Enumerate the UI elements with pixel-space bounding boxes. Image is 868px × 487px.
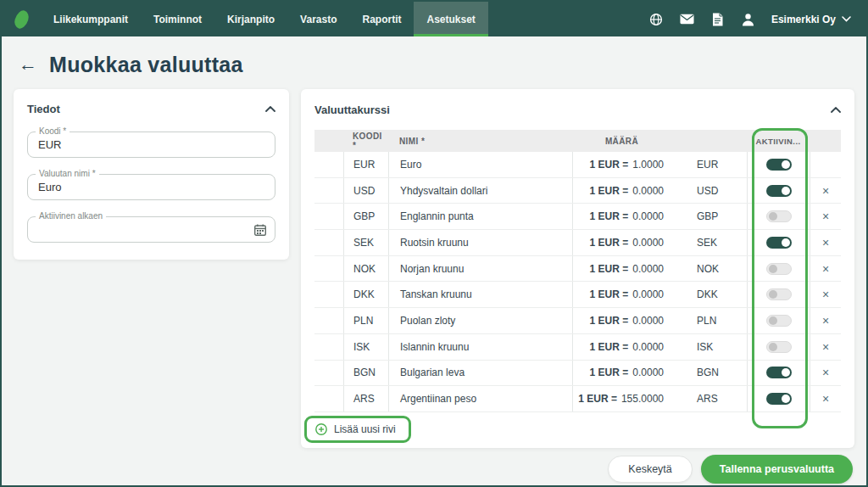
cancel-button[interactable]: Keskeytä xyxy=(608,456,692,483)
row-rate-value[interactable]: 0.0000 xyxy=(632,315,664,327)
row-drag-handle xyxy=(314,256,343,282)
row-unit-cell: USD xyxy=(671,178,747,204)
currency-table-body: EUREuro1 EUR =1.0000EURUSDYhdysvaltain d… xyxy=(314,152,841,412)
row-koodi-cell[interactable]: ISK xyxy=(343,334,388,360)
remove-row-button[interactable]: × xyxy=(822,315,829,327)
row-nimi-cell[interactable]: Englannin punta xyxy=(388,204,572,229)
row-nimi-cell[interactable]: Yhdysvaltain dollari xyxy=(388,178,572,204)
add-row-button[interactable]: Lisää uusi rivi xyxy=(308,419,408,439)
row-koodi-cell[interactable]: SEK xyxy=(343,230,388,255)
remove-row-button[interactable]: × xyxy=(822,367,829,378)
page-title: Muokkaa valuuttaa xyxy=(49,53,243,77)
row-nimi-cell[interactable]: Tanskan kruunu xyxy=(388,282,572,307)
nav-item-liikekumppanit[interactable]: Liikekumppanit xyxy=(41,2,141,36)
row-rate-value[interactable]: 1.0000 xyxy=(632,159,664,171)
valuutan-nimi-input[interactable] xyxy=(28,175,275,199)
table-row: DKKTanskan kruunu1 EUR =0.0000DKK× xyxy=(314,282,841,308)
active-toggle[interactable] xyxy=(766,263,792,275)
active-toggle[interactable] xyxy=(766,288,792,300)
table-row: GBPEnglannin punta1 EUR =0.0000GBP× xyxy=(314,204,841,230)
tiedot-card-title: Tiedot xyxy=(27,103,60,115)
row-rate-cell: 1 EUR =1.0000 xyxy=(572,152,671,177)
nav-right: Esimerkki Oy xyxy=(649,2,866,36)
row-rate-value[interactable]: 0.0000 xyxy=(632,341,664,353)
row-koodi-cell[interactable]: DKK xyxy=(343,282,388,307)
row-koodi-cell[interactable]: USD xyxy=(343,178,388,204)
remove-row-button[interactable]: × xyxy=(822,263,829,275)
row-remove-cell xyxy=(810,152,841,177)
calendar-icon[interactable] xyxy=(254,224,266,236)
remove-row-button[interactable]: × xyxy=(822,237,829,249)
row-rate-value[interactable]: 0.0000 xyxy=(632,210,664,222)
remove-row-button[interactable]: × xyxy=(822,210,829,222)
back-arrow-button[interactable]: ← xyxy=(19,55,37,74)
active-toggle[interactable] xyxy=(766,393,792,405)
toggle-knob xyxy=(782,368,790,377)
active-toggle[interactable] xyxy=(766,237,792,249)
row-koodi-cell[interactable]: GBP xyxy=(343,204,388,229)
row-koodi-cell[interactable]: EUR xyxy=(343,152,388,177)
row-rate-value[interactable]: 0.0000 xyxy=(632,185,664,197)
row-koodi-cell[interactable]: BGN xyxy=(343,361,388,386)
row-active-cell xyxy=(747,308,810,333)
row-nimi-cell[interactable]: Ruotsin kruunu xyxy=(388,230,572,255)
row-koodi-cell[interactable]: PLN xyxy=(343,308,388,333)
toggle-knob xyxy=(782,238,790,247)
row-unit-cell: GBP xyxy=(671,204,747,229)
remove-row-button[interactable]: × xyxy=(822,288,829,300)
row-rate-cell: 1 EUR =0.0000 xyxy=(572,256,671,282)
row-nimi-cell[interactable]: Argentiinan peso xyxy=(388,386,572,411)
row-unit-cell: ISK xyxy=(671,334,747,360)
active-toggle[interactable] xyxy=(766,367,792,378)
row-nimi-cell[interactable]: Bulgarian leva xyxy=(388,361,572,386)
collapse-chevron-up-icon[interactable] xyxy=(831,107,841,113)
active-toggle[interactable] xyxy=(766,159,792,171)
row-nimi-cell[interactable]: Puolan zloty xyxy=(388,308,572,333)
nav-item-varasto[interactable]: Varasto xyxy=(287,2,349,36)
row-active-cell xyxy=(747,204,810,229)
row-remove-cell: × xyxy=(810,282,841,307)
rate-prefix: 1 EUR = xyxy=(590,263,629,275)
active-toggle[interactable] xyxy=(766,185,792,197)
row-koodi-cell[interactable]: ARS xyxy=(343,386,388,411)
aktiivinen-alkaen-input[interactable] xyxy=(28,217,254,242)
app-logo[interactable] xyxy=(2,2,41,36)
globe-icon[interactable] xyxy=(649,12,664,26)
footer-actions: Keskeytä Tallenna perusvaluutta xyxy=(2,455,853,484)
row-drag-handle xyxy=(314,361,343,386)
aktiivinen-alkaen-field: Aktiivinen alkaen xyxy=(27,216,275,243)
row-active-cell xyxy=(747,334,810,360)
nav-item-asetukset[interactable]: Asetukset xyxy=(414,2,487,36)
row-rate-value[interactable]: 0.0000 xyxy=(632,288,664,300)
row-rate-value[interactable]: 0.0000 xyxy=(632,263,664,275)
koodi-input[interactable] xyxy=(28,132,275,157)
column-header-nimi: NIMI * xyxy=(388,130,572,152)
row-nimi-cell[interactable]: Euro xyxy=(388,152,572,177)
active-toggle[interactable] xyxy=(766,315,792,327)
mail-icon[interactable] xyxy=(680,12,694,26)
active-toggle[interactable] xyxy=(766,341,792,353)
user-icon[interactable] xyxy=(741,12,755,26)
chevron-down-icon xyxy=(842,16,851,22)
nav-item-toiminnot[interactable]: Toiminnot xyxy=(141,2,214,36)
row-rate-value[interactable]: 0.0000 xyxy=(632,237,664,249)
leaf-logo-icon xyxy=(12,8,30,31)
row-rate-value[interactable]: 0.0000 xyxy=(632,367,664,378)
company-menu[interactable]: Esimerkki Oy xyxy=(771,14,851,25)
row-koodi-cell[interactable]: NOK xyxy=(343,256,388,282)
row-active-cell xyxy=(747,282,810,307)
row-rate-value[interactable]: 155.0000 xyxy=(621,393,664,405)
remove-row-button[interactable]: × xyxy=(822,185,829,197)
nav-item-kirjanpito[interactable]: Kirjanpito xyxy=(214,2,287,36)
save-base-currency-button[interactable]: Tallenna perusvaluutta xyxy=(701,455,853,484)
row-nimi-cell[interactable]: Islannin kruunu xyxy=(388,334,572,360)
collapse-chevron-up-icon[interactable] xyxy=(265,106,275,112)
nav-item-raportit[interactable]: Raportit xyxy=(349,2,414,36)
remove-row-button[interactable]: × xyxy=(822,341,829,353)
row-remove-cell: × xyxy=(810,178,841,204)
row-nimi-cell[interactable]: Norjan kruunu xyxy=(388,256,572,282)
remove-row-button[interactable]: × xyxy=(822,393,829,405)
document-icon[interactable] xyxy=(710,12,725,26)
row-drag-handle xyxy=(314,204,343,229)
active-toggle[interactable] xyxy=(766,210,792,222)
